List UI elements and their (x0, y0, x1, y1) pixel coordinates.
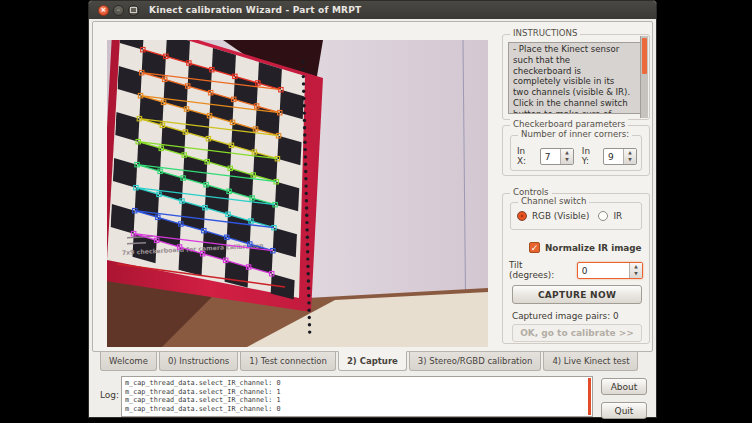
groupbox-channel-switch: Channel switch RGB (Visible) IR (510, 202, 642, 230)
ir-radio[interactable] (598, 211, 608, 221)
ir-radio-label: IR (613, 211, 622, 221)
log-scrollbar-thumb[interactable] (588, 378, 591, 415)
captured-pairs-label: Captured image pairs: 0 (512, 311, 619, 321)
rgb-radio[interactable] (517, 211, 527, 221)
tilt-spinner[interactable]: 0 ▲▼ (577, 262, 643, 279)
in-y-value[interactable]: 9 (604, 149, 623, 164)
minimize-icon: – (117, 7, 121, 14)
app-window: × – Kinect calibration Wizard - Part of … (88, 0, 657, 418)
groupbox-inner-corners: Number of inner corners: In X: 7 ▲▼ In Y… (510, 135, 642, 171)
in-x-spin-down-button[interactable]: ▼ (561, 156, 573, 164)
normalize-ir-label: Normalize IR image (545, 243, 642, 253)
tilt-label: Tilt (degrees): (509, 260, 569, 280)
about-button[interactable]: About (601, 378, 647, 395)
checkerboard-params-caption: Checkerboard parameters (510, 119, 628, 129)
maximize-icon (130, 7, 137, 13)
log-box[interactable]: m_cap_thread_data.select_IR_channel: 0 m… (121, 376, 593, 417)
tilt-spin-up-button[interactable]: ▲ (630, 263, 642, 271)
log-text: m_cap_thread_data.select_IR_channel: 0 m… (125, 379, 584, 414)
groupbox-instructions: INSTRUCTIONS - Place the Kinect sensor s… (502, 34, 650, 120)
titlebar[interactable]: × – Kinect calibration Wizard - Part of … (89, 1, 656, 19)
rgb-radio-label: RGB (Visible) (532, 211, 589, 221)
in-x-spinner[interactable]: 7 ▲▼ (540, 148, 574, 165)
in-y-label: In Y: (582, 146, 599, 166)
tab-3-stereo-rgbd-calibration[interactable]: 3) Stereo/RGBD calibration (409, 352, 542, 371)
tab-bar: Welcome0) Instructions1) Test connection… (100, 352, 638, 372)
groupbox-controls: Controls Channel switch RGB (Visible) IR… (502, 193, 650, 344)
tab-welcome[interactable]: Welcome (100, 352, 157, 371)
maximize-button[interactable] (128, 5, 139, 16)
normalize-ir-checkbox[interactable]: ✓ (529, 242, 540, 253)
camera-view: 7x9 checkerboard for camera calibration (107, 40, 488, 347)
in-y-spin-down-button[interactable]: ▼ (624, 156, 636, 164)
tilt-spin-down-button[interactable]: ▼ (630, 270, 642, 278)
instructions-scrollbar-thumb[interactable] (642, 38, 647, 74)
instructions-textarea[interactable]: - Place the Kinect sensor such that the … (508, 42, 644, 114)
ok-go-to-calibrate-button[interactable]: OK, go to calibrate >> (512, 324, 642, 342)
instructions-caption: INSTRUCTIONS (510, 28, 580, 38)
groupbox-checkerboard-params: Checkerboard parameters Number of inner … (502, 125, 650, 176)
in-y-spinner[interactable]: 9 ▲▼ (603, 148, 637, 165)
tilt-input[interactable]: 0 (578, 263, 629, 278)
channel-switch-caption: Channel switch (518, 196, 589, 206)
tab-1-test-connection[interactable]: 1) Test connection (240, 352, 336, 371)
capture-now-button[interactable]: CAPTURE NOW (512, 285, 642, 304)
close-icon: × (101, 7, 107, 14)
in-x-spin-up-button[interactable]: ▲ (561, 149, 573, 157)
in-y-spin-up-button[interactable]: ▲ (624, 149, 636, 157)
in-x-label: In X: (517, 146, 536, 166)
minimize-button[interactable]: – (113, 5, 124, 16)
camera-image: 7x9 checkerboard for camera calibration (107, 40, 488, 347)
in-x-value[interactable]: 7 (541, 149, 560, 164)
quit-button[interactable]: Quit (601, 402, 647, 419)
tab-2-capture[interactable]: 2) Capture (338, 351, 407, 371)
tab-0-instructions[interactable]: 0) Instructions (159, 352, 238, 371)
close-button[interactable]: × (98, 5, 109, 16)
inner-corners-caption: Number of inner corners: (518, 129, 632, 139)
log-label: Log: (100, 390, 119, 400)
screen: × – Kinect calibration Wizard - Part of … (0, 0, 752, 423)
tab-4-live-kinect-test[interactable]: 4) Live Kinect test (543, 352, 638, 371)
instructions-scrollbar[interactable] (640, 36, 648, 118)
window-title: Kinect calibration Wizard - Part of MRPT (149, 5, 361, 15)
tab-page: 7x9 checkerboard for camera calibration … (92, 21, 653, 352)
